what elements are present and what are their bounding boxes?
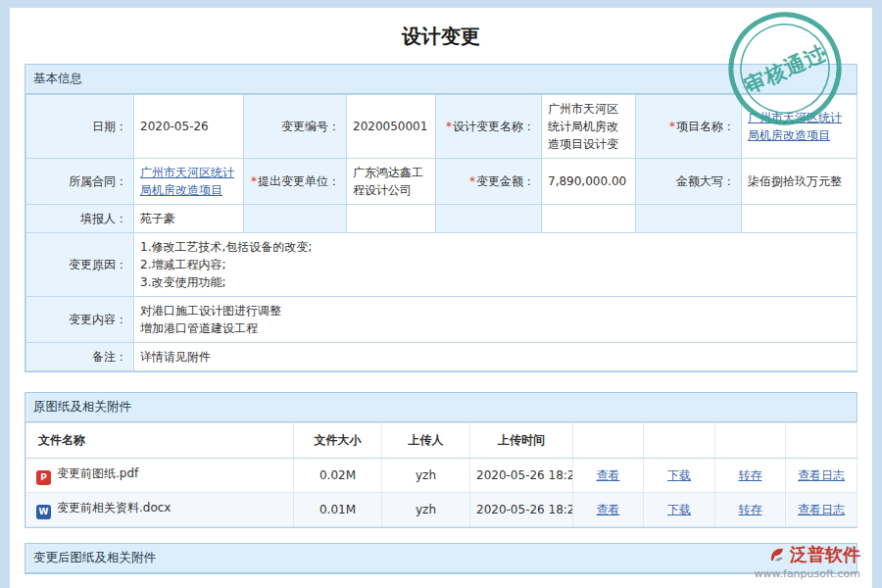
amount-words-value: 柒佰捌拾玖万元整 [742, 159, 858, 205]
reporter-value: 苑子豪 [134, 205, 244, 233]
reason-line: 2.增减工程内容; [140, 256, 851, 273]
download-link[interactable]: 下载 [667, 503, 691, 516]
remark-value: 详情请见附件 [134, 343, 858, 371]
view-log-link[interactable]: 查看日志 [798, 503, 845, 516]
unit-value: 广东鸿达鑫工程设计公司 [347, 159, 436, 205]
attachments-header-row: 文件名称 文件大小 上传人 上传时间 [26, 423, 858, 459]
basic-info-table: 日期： 2020-05-26 变更编号： 2020050001 *设计变更名称：… [25, 94, 858, 371]
empty-value-cell [347, 205, 436, 233]
date-label: 日期： [26, 95, 134, 159]
attachments-after-section: 变更后图纸及相关附件 [24, 543, 858, 574]
content-line: 增加港口管道建设工程 [140, 319, 851, 337]
content-page: 设计变更 基本信息 日期： 2020-05-26 变更编号： 202005000… [10, 8, 872, 588]
reason-line: 1.修改工艺技术,包括设备的改变; [140, 238, 851, 256]
col-action [573, 423, 644, 459]
view-link[interactable]: 查看 [597, 468, 620, 482]
basic-row-3: 填报人： 苑子豪 [26, 205, 858, 233]
content-label: 变更内容： [26, 297, 134, 343]
brand-url: www.fanpusoft.com [755, 567, 860, 580]
reason-line: 3.改变使用功能; [140, 273, 851, 291]
approval-stamp: 审核通过 ★ ★ [711, 8, 858, 133]
pdf-file-icon: P [36, 470, 51, 485]
col-action [644, 423, 715, 459]
amount-label: *变更金额： [436, 159, 542, 205]
date-value: 2020-05-26 [134, 95, 244, 159]
amount-words-label: 金额大写： [636, 159, 742, 205]
change-no-label: 变更编号： [244, 95, 347, 159]
file-name: 变更前图纸.pdf [57, 466, 138, 480]
amount-value: 7,890,000.00 [542, 159, 636, 205]
contract-value-cell: 广州市天河区统计局机房改造项目 [134, 159, 244, 205]
empty-value-cell [542, 205, 636, 233]
view-log-link[interactable]: 查看日志 [798, 468, 845, 482]
empty-label-cell [244, 205, 347, 233]
download-link[interactable]: 下载 [667, 468, 691, 482]
col-file-name: 文件名称 [26, 423, 294, 459]
reason-value: 1.修改工艺技术,包括设备的改变; 2.增减工程内容; 3.改变使用功能; [134, 233, 858, 297]
fanpu-logo: 泛普软件 www.fanpusoft.com [755, 543, 860, 580]
change-name-label: *设计变更名称： [436, 95, 542, 159]
change-no-value: 2020050001 [347, 95, 436, 159]
required-mark: * [251, 174, 257, 188]
col-upload-time: 上传时间 [470, 423, 573, 459]
save-as-link[interactable]: 转存 [739, 503, 762, 516]
file-name-cell: P变更前图纸.pdf [26, 459, 294, 493]
basic-row-2: 所属合同： 广州市天河区统计局机房改造项目 *提出变更单位： 广东鸿达鑫工程设计… [26, 159, 858, 205]
file-name: 变更前相关资料.docx [57, 501, 171, 514]
view-link[interactable]: 查看 [597, 503, 620, 516]
attachment-row: W变更前相关资料.docx 0.01M yzh 2020-05-26 18:28… [26, 493, 858, 527]
brand-name: 泛普软件 [790, 543, 860, 566]
attachments-before-section: 原图纸及相关附件 文件名称 文件大小 上传人 上传时间 P变更前图纸.pdf [24, 392, 858, 528]
empty-label-cell [636, 205, 742, 233]
content-value: 对港口施工设计图进行调整 增加港口管道建设工程 [134, 297, 858, 343]
change-name-value: 广州市天河区统计局机房改造项目设计变 [542, 95, 636, 159]
empty-label-cell [436, 205, 542, 233]
contract-label: 所属合同： [26, 159, 134, 205]
required-mark: * [669, 120, 675, 133]
file-upload-time: 2020-05-26 18:28 [470, 459, 573, 493]
file-name-cell: W变更前相关资料.docx [26, 493, 294, 527]
file-size: 0.01M [294, 493, 382, 527]
basic-row-reason: 变更原因： 1.修改工艺技术,包括设备的改变; 2.增减工程内容; 3.改变使用… [26, 233, 858, 297]
col-file-size: 文件大小 [294, 423, 382, 459]
unit-label: *提出变更单位： [244, 159, 347, 205]
fanpu-logo-icon [768, 546, 786, 564]
required-mark: * [469, 174, 475, 188]
content-line: 对港口施工设计图进行调整 [140, 302, 851, 319]
attachment-row: P变更前图纸.pdf 0.02M yzh 2020-05-26 18:28 查看… [26, 459, 858, 493]
remark-label: 备注： [26, 343, 134, 371]
contract-link[interactable]: 广州市天河区统计局机房改造项目 [140, 166, 234, 197]
file-size: 0.02M [294, 459, 382, 493]
attachments-table: 文件名称 文件大小 上传人 上传时间 P变更前图纸.pdf 0.02M yzh … [25, 422, 858, 527]
file-uploader: yzh [382, 493, 470, 527]
col-uploader: 上传人 [382, 423, 470, 459]
required-mark: * [446, 120, 452, 133]
file-uploader: yzh [382, 459, 470, 493]
attachments-before-header: 原图纸及相关附件 [25, 393, 857, 422]
reporter-label: 填报人： [26, 205, 134, 233]
save-as-link[interactable]: 转存 [739, 468, 762, 482]
word-file-icon: W [36, 505, 51, 519]
col-action [786, 423, 858, 459]
file-upload-time: 2020-05-26 18:28 [470, 493, 573, 527]
basic-row-remark: 备注： 详情请见附件 [26, 343, 858, 371]
attachments-after-header: 变更后图纸及相关附件 [25, 544, 857, 573]
col-action [715, 423, 786, 459]
empty-value-cell [742, 205, 858, 233]
basic-row-content: 变更内容： 对港口施工设计图进行调整 增加港口管道建设工程 [26, 297, 858, 343]
reason-label: 变更原因： [26, 233, 134, 297]
